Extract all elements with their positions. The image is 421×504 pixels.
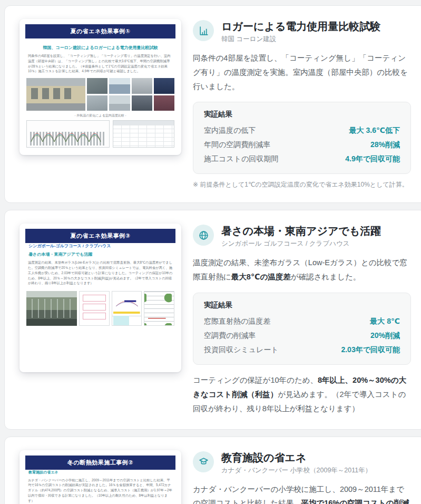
temperature-line-chart bbox=[26, 120, 110, 148]
slide-heading: 暑さの本場・東南アジアでも活躍 bbox=[28, 251, 172, 257]
card-header: 教育施設の省エネ カナダ・バンクーバー 小学校（2009年～2011年） bbox=[193, 451, 411, 475]
chart-curves bbox=[27, 121, 109, 147]
card-header: ロガーによる電力使用量比較試験 韓国 コーロン建設 bbox=[193, 20, 411, 44]
slide-photo-grid bbox=[87, 78, 174, 111]
slide-heading: 韓国、コーロン建設によるロガーによる電力使用量比較試験 bbox=[27, 45, 173, 51]
slide-banner: 冬の断熱効果施工事例② bbox=[25, 455, 175, 470]
result-value: 20%削減 bbox=[370, 331, 400, 341]
card-subtitle: カナダ・バンクーバー 小学校（2009年～2011年） bbox=[221, 466, 371, 475]
slide-body-text: 同条件の4部屋を設置し、「コーティング無し」「コーティング有り」の温度測定を行い… bbox=[28, 53, 173, 74]
card-content: ロガーによる電力使用量比較試験 韓国 コーロン建設 同条件の4部屋を設置し、「コ… bbox=[193, 19, 411, 189]
result-label: 空調費の削減率 bbox=[204, 331, 256, 341]
slide-banner: 夏の省エネ効果事例③ bbox=[25, 229, 175, 243]
case-card-school: 冬の断熱効果施工事例② 教育施設の省エネ カナダ・バンクーバーの小学校に施工し、… bbox=[4, 437, 421, 504]
card-content: 暑さの本場・東南アジアでも活躍 シンガポール ゴルフコース / クラブハウス 温… bbox=[193, 224, 411, 415]
card-description: 温度測定の結果、未塗布ガラス（Low-Eガラス）との比較で窓際直射熱に最大8℃の… bbox=[193, 256, 411, 284]
result-row: 空調費の削減率 20%削減 bbox=[204, 328, 400, 343]
slide-thumbnail: 夏の省エネ効果事例① 韓国、コーロン建設によるロガーによる電力使用量比較試験 同… bbox=[19, 19, 181, 155]
slide-photo bbox=[109, 78, 130, 94]
card-header: 暑さの本場・東南アジアでも活躍 シンガポール ゴルフコース / クラブハウス bbox=[193, 225, 411, 248]
result-row: 窓際直射熱の温度差 最大 8℃ bbox=[204, 314, 400, 328]
card-description: カナダ・バンクーバーの小学校に施工し、2009～2011年までの空調コストと比較… bbox=[193, 482, 411, 504]
slide-body-text: 温度測定の結果、未塗布ガラス(Low-Eガラス)との比較で窓際直射熱、最大8℃の… bbox=[28, 260, 173, 286]
result-row: 施工コストの回収期間 4.9年で回収可能 bbox=[204, 152, 400, 166]
card-title: 暑さの本場・東南アジアでも活躍 bbox=[221, 225, 381, 237]
globe-icon bbox=[193, 225, 214, 246]
card-footer: コーティングの保証が10年のため、8年以上、20%～30%の大きなコスト削減（利… bbox=[193, 373, 411, 415]
result-value: 最大 8℃ bbox=[370, 317, 400, 326]
slide-caption: - 外気温の変化による室内温度比較 - bbox=[25, 113, 175, 118]
result-value: 最大 3.6℃低下 bbox=[349, 126, 400, 135]
result-label: 投資回収シミュレート bbox=[204, 345, 279, 355]
results-header: 実証結果 bbox=[204, 301, 400, 310]
graduation-cap-icon bbox=[193, 451, 214, 472]
test-rooms-photo bbox=[26, 78, 85, 111]
result-row: 投資回収シミュレート 2.03年で回収可能 bbox=[204, 343, 400, 357]
slide-photo bbox=[87, 95, 107, 111]
results-header: 実証結果 bbox=[204, 110, 400, 119]
result-row: 年間の空調費削減率 28%削減 bbox=[204, 138, 400, 152]
card-title: ロガーによる電力使用量比較試験 bbox=[221, 20, 380, 33]
doc-chart-curve bbox=[114, 294, 140, 309]
slide-photo bbox=[154, 78, 174, 94]
slide-photo bbox=[132, 78, 152, 94]
slide-photo bbox=[154, 95, 174, 111]
clubhouse-photo bbox=[26, 291, 77, 326]
results-box: 実証結果 室内温度の低下 最大 3.6℃低下 年間の空調費削減率 28%削減 施… bbox=[193, 102, 411, 174]
slide-figure-row bbox=[26, 120, 174, 148]
case-card-southeast-asia: 夏の省エネ効果事例③ シンガポール-ゴルフコース / クラブハウス 暑さの本場・… bbox=[4, 210, 421, 429]
bar-chart-icon bbox=[193, 20, 214, 41]
case-card-logger-test: 夏の省エネ効果事例① 韓国、コーロン建設によるロガーによる電力使用量比較試験 同… bbox=[4, 5, 421, 203]
slide-photo-row bbox=[26, 78, 174, 111]
slide-body-text: カナダ・バンクーバーの小学校に施工し、2009～2011年までの空調コストと比較… bbox=[28, 478, 173, 503]
slide-heading-location: シンガポール-ゴルフコース / クラブハウス bbox=[28, 243, 172, 249]
card-note: ※ 前提条件として1℃の空調設定温度の変化で省エネ効果10%として計算。 bbox=[193, 180, 411, 189]
result-value: 28%削減 bbox=[370, 140, 400, 150]
result-value: 4.9年で回収可能 bbox=[345, 154, 400, 164]
result-label: 年間の空調費削減率 bbox=[204, 140, 270, 150]
result-label: 施工コストの回収期間 bbox=[204, 154, 278, 164]
result-label: 室内温度の低下 bbox=[204, 126, 256, 135]
slide-photo-row bbox=[26, 291, 174, 326]
slide-thumbnail: 冬の断熱効果施工事例② 教育施設の省エネ カナダ・バンクーバーの小学校に施工し、… bbox=[19, 450, 181, 504]
slide-banner: 夏の省エネ効果事例① bbox=[25, 24, 175, 38]
result-row: 室内温度の低下 最大 3.6℃低下 bbox=[204, 123, 400, 138]
text-document bbox=[144, 291, 174, 326]
schematic-document bbox=[79, 291, 110, 326]
card-content: 教育施設の省エネ カナダ・バンクーバー 小学校（2009年～2011年） カナダ… bbox=[193, 450, 411, 504]
card-description: 同条件の4部屋を設置し、「コーティング無し」「コーティング有り」の温度測定を実施… bbox=[193, 51, 411, 93]
result-label: 窓際直射熱の温度差 bbox=[204, 317, 270, 326]
card-title: 教育施設の省エネ bbox=[221, 451, 371, 464]
card-subtitle: 韓国 コーロン建設 bbox=[221, 35, 380, 44]
result-value: 2.03年で回収可能 bbox=[341, 345, 400, 355]
card-subtitle: シンガポール ゴルフコース / クラブハウス bbox=[221, 239, 381, 248]
slide-photo bbox=[132, 95, 152, 111]
slide-heading: 教育施設の省エネ bbox=[28, 470, 172, 475]
slide-photo bbox=[87, 78, 107, 94]
comparison-data-table bbox=[113, 120, 174, 148]
slide-thumbnail: 夏の省エネ効果事例③ シンガポール-ゴルフコース / クラブハウス 暑さの本場・… bbox=[19, 224, 181, 372]
results-box: 実証結果 窓際直射熱の温度差 最大 8℃ 空調費の削減率 20%削減 投資回収シ… bbox=[193, 293, 411, 365]
chart-document bbox=[112, 291, 142, 326]
slide-photo bbox=[109, 95, 130, 111]
